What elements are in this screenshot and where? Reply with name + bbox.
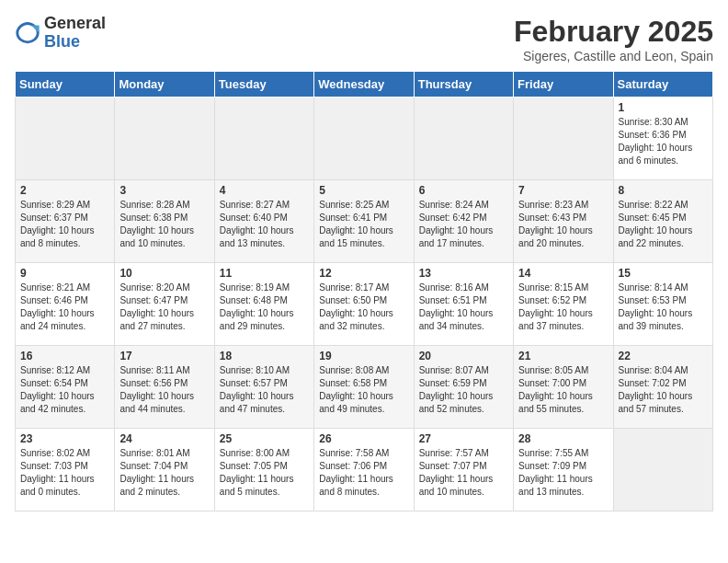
day-info: Sunrise: 8:23 AM Sunset: 6:43 PM Dayligh… bbox=[518, 199, 608, 250]
day-number: 18 bbox=[220, 350, 309, 362]
day-info: Sunrise: 8:19 AM Sunset: 6:48 PM Dayligh… bbox=[220, 282, 309, 333]
day-number: 23 bbox=[20, 432, 109, 445]
day-info: Sunrise: 8:21 AM Sunset: 6:46 PM Dayligh… bbox=[20, 282, 109, 333]
day-number: 26 bbox=[319, 432, 408, 445]
calendar-day-cell: 5Sunrise: 8:25 AM Sunset: 6:41 PM Daylig… bbox=[314, 180, 414, 263]
calendar-day-cell: 13Sunrise: 8:16 AM Sunset: 6:51 PM Dayli… bbox=[414, 263, 513, 346]
day-info: Sunrise: 8:29 AM Sunset: 6:37 PM Dayligh… bbox=[20, 199, 109, 250]
day-number: 9 bbox=[20, 267, 109, 280]
day-number: 15 bbox=[619, 267, 708, 280]
calendar-day-cell: 4Sunrise: 8:27 AM Sunset: 6:40 PM Daylig… bbox=[214, 180, 313, 263]
calendar-day-cell: 11Sunrise: 8:19 AM Sunset: 6:48 PM Dayli… bbox=[214, 263, 313, 346]
day-number: 20 bbox=[419, 350, 508, 362]
day-info: Sunrise: 8:28 AM Sunset: 6:38 PM Dayligh… bbox=[119, 199, 209, 250]
day-number: 28 bbox=[518, 432, 608, 445]
calendar-day-cell: 27Sunrise: 7:57 AM Sunset: 7:07 PM Dayli… bbox=[414, 429, 513, 511]
calendar-week-row: 16Sunrise: 8:12 AM Sunset: 6:54 PM Dayli… bbox=[16, 346, 713, 429]
day-number: 1 bbox=[619, 101, 708, 114]
day-number: 4 bbox=[220, 184, 309, 197]
calendar-day-cell: 8Sunrise: 8:22 AM Sunset: 6:45 PM Daylig… bbox=[613, 180, 712, 263]
day-number: 24 bbox=[119, 432, 209, 445]
location: Sigeres, Castille and Leon, Spain bbox=[514, 49, 713, 63]
day-info: Sunrise: 8:24 AM Sunset: 6:42 PM Dayligh… bbox=[419, 199, 508, 250]
calendar-day-cell: 1Sunrise: 8:30 AM Sunset: 6:36 PM Daylig… bbox=[613, 98, 712, 180]
calendar-day-cell: 21Sunrise: 8:05 AM Sunset: 7:00 PM Dayli… bbox=[514, 346, 613, 429]
day-info: Sunrise: 8:12 AM Sunset: 6:54 PM Dayligh… bbox=[20, 364, 109, 416]
day-of-week-header: Monday bbox=[115, 72, 214, 98]
calendar-day-cell: 16Sunrise: 8:12 AM Sunset: 6:54 PM Dayli… bbox=[16, 346, 115, 429]
day-info: Sunrise: 8:02 AM Sunset: 7:03 PM Dayligh… bbox=[20, 447, 109, 499]
calendar-day-cell: 18Sunrise: 8:10 AM Sunset: 6:57 PM Dayli… bbox=[214, 346, 313, 429]
day-of-week-header: Friday bbox=[514, 72, 613, 98]
calendar-day-cell: 20Sunrise: 8:07 AM Sunset: 6:59 PM Dayli… bbox=[414, 346, 513, 429]
calendar-day-cell: 10Sunrise: 8:20 AM Sunset: 6:47 PM Dayli… bbox=[115, 263, 214, 346]
day-info: Sunrise: 8:20 AM Sunset: 6:47 PM Dayligh… bbox=[119, 282, 209, 333]
calendar-day-cell bbox=[613, 429, 712, 511]
day-number: 10 bbox=[119, 267, 209, 280]
day-of-week-header: Tuesday bbox=[214, 72, 313, 98]
calendar-week-row: 23Sunrise: 8:02 AM Sunset: 7:03 PM Dayli… bbox=[16, 429, 713, 511]
calendar-body: 1Sunrise: 8:30 AM Sunset: 6:36 PM Daylig… bbox=[16, 98, 713, 511]
day-number: 7 bbox=[518, 184, 608, 197]
day-of-week-header: Thursday bbox=[414, 72, 513, 98]
header: General Blue February 2025 Sigeres, Cast… bbox=[15, 15, 713, 63]
day-info: Sunrise: 8:30 AM Sunset: 6:36 PM Dayligh… bbox=[619, 116, 708, 167]
day-info: Sunrise: 7:57 AM Sunset: 7:07 PM Dayligh… bbox=[419, 447, 508, 499]
day-info: Sunrise: 8:00 AM Sunset: 7:05 PM Dayligh… bbox=[220, 447, 309, 499]
day-info: Sunrise: 8:10 AM Sunset: 6:57 PM Dayligh… bbox=[220, 364, 309, 416]
calendar-day-cell: 24Sunrise: 8:01 AM Sunset: 7:04 PM Dayli… bbox=[115, 429, 214, 511]
calendar-day-cell: 25Sunrise: 8:00 AM Sunset: 7:05 PM Dayli… bbox=[214, 429, 313, 511]
calendar-day-cell: 9Sunrise: 8:21 AM Sunset: 6:46 PM Daylig… bbox=[16, 263, 115, 346]
calendar-day-cell bbox=[314, 98, 414, 180]
calendar-day-cell: 3Sunrise: 8:28 AM Sunset: 6:38 PM Daylig… bbox=[115, 180, 214, 263]
calendar-day-cell bbox=[115, 98, 214, 180]
day-number: 16 bbox=[20, 350, 109, 362]
title-block: February 2025 Sigeres, Castille and Leon… bbox=[514, 15, 713, 63]
day-info: Sunrise: 8:14 AM Sunset: 6:53 PM Dayligh… bbox=[619, 282, 708, 333]
calendar-day-cell bbox=[414, 98, 513, 180]
day-of-week-header: Wednesday bbox=[314, 72, 414, 98]
day-number: 13 bbox=[419, 267, 508, 280]
calendar-day-cell: 15Sunrise: 8:14 AM Sunset: 6:53 PM Dayli… bbox=[613, 263, 712, 346]
day-number: 25 bbox=[220, 432, 309, 445]
day-info: Sunrise: 8:05 AM Sunset: 7:00 PM Dayligh… bbox=[518, 364, 608, 416]
calendar-day-cell bbox=[16, 98, 115, 180]
calendar-day-cell: 26Sunrise: 7:58 AM Sunset: 7:06 PM Dayli… bbox=[314, 429, 414, 511]
calendar-week-row: 2Sunrise: 8:29 AM Sunset: 6:37 PM Daylig… bbox=[16, 180, 713, 263]
day-info: Sunrise: 7:58 AM Sunset: 7:06 PM Dayligh… bbox=[319, 447, 408, 499]
day-info: Sunrise: 8:16 AM Sunset: 6:51 PM Dayligh… bbox=[419, 282, 508, 333]
day-number: 19 bbox=[319, 350, 408, 362]
day-info: Sunrise: 8:08 AM Sunset: 6:58 PM Dayligh… bbox=[319, 364, 408, 416]
calendar-day-cell: 14Sunrise: 8:15 AM Sunset: 6:52 PM Dayli… bbox=[514, 263, 613, 346]
day-info: Sunrise: 8:04 AM Sunset: 7:02 PM Dayligh… bbox=[619, 364, 708, 416]
calendar-day-cell: 22Sunrise: 8:04 AM Sunset: 7:02 PM Dayli… bbox=[613, 346, 712, 429]
day-of-week-header: Sunday bbox=[16, 72, 115, 98]
day-number: 3 bbox=[119, 184, 209, 197]
month-year: February 2025 bbox=[514, 15, 713, 49]
calendar-day-cell: 12Sunrise: 8:17 AM Sunset: 6:50 PM Dayli… bbox=[314, 263, 414, 346]
day-number: 5 bbox=[319, 184, 408, 197]
calendar-day-cell bbox=[514, 98, 613, 180]
day-number: 17 bbox=[119, 350, 209, 362]
day-number: 27 bbox=[419, 432, 508, 445]
day-info: Sunrise: 8:25 AM Sunset: 6:41 PM Dayligh… bbox=[319, 199, 408, 250]
day-info: Sunrise: 8:22 AM Sunset: 6:45 PM Dayligh… bbox=[619, 199, 708, 250]
logo-text: General Blue bbox=[44, 15, 106, 52]
calendar-day-cell: 6Sunrise: 8:24 AM Sunset: 6:42 PM Daylig… bbox=[414, 180, 513, 263]
day-info: Sunrise: 7:55 AM Sunset: 7:09 PM Dayligh… bbox=[518, 447, 608, 499]
day-number: 14 bbox=[518, 267, 608, 280]
day-info: Sunrise: 8:11 AM Sunset: 6:56 PM Dayligh… bbox=[119, 364, 209, 416]
day-number: 11 bbox=[220, 267, 309, 280]
calendar-day-cell: 28Sunrise: 7:55 AM Sunset: 7:09 PM Dayli… bbox=[514, 429, 613, 511]
day-number: 12 bbox=[319, 267, 408, 280]
calendar-day-cell: 23Sunrise: 8:02 AM Sunset: 7:03 PM Dayli… bbox=[16, 429, 115, 511]
calendar-week-row: 9Sunrise: 8:21 AM Sunset: 6:46 PM Daylig… bbox=[16, 263, 713, 346]
calendar-day-cell: 2Sunrise: 8:29 AM Sunset: 6:37 PM Daylig… bbox=[16, 180, 115, 263]
calendar-day-cell: 17Sunrise: 8:11 AM Sunset: 6:56 PM Dayli… bbox=[115, 346, 214, 429]
day-number: 6 bbox=[419, 184, 508, 197]
day-info: Sunrise: 8:17 AM Sunset: 6:50 PM Dayligh… bbox=[319, 282, 408, 333]
day-info: Sunrise: 8:27 AM Sunset: 6:40 PM Dayligh… bbox=[220, 199, 309, 250]
logo-icon bbox=[15, 20, 40, 46]
calendar-header-row: SundayMondayTuesdayWednesdayThursdayFrid… bbox=[16, 72, 713, 98]
day-number: 2 bbox=[20, 184, 109, 197]
